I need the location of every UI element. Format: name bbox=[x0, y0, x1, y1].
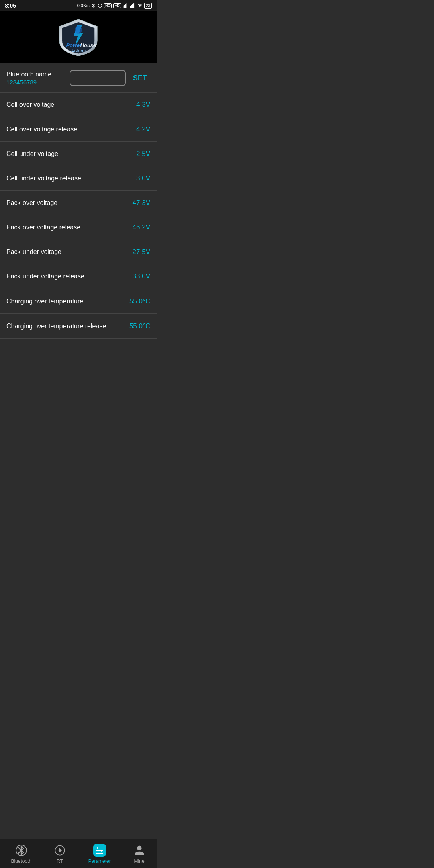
param-row-2[interactable]: Cell under voltage2.5V bbox=[0, 142, 157, 166]
svg-text:House: House bbox=[80, 42, 96, 48]
param-value-4: 47.3V bbox=[133, 199, 150, 207]
signal2-icon bbox=[130, 3, 135, 8]
signal-icon bbox=[123, 3, 128, 8]
bluetooth-status-icon bbox=[91, 3, 96, 8]
svg-rect-2 bbox=[125, 4, 126, 8]
svg-point-8 bbox=[75, 26, 82, 34]
status-time: 8:05 bbox=[5, 2, 16, 9]
bluetooth-name-left: Bluetooth name 123456789 bbox=[6, 71, 51, 86]
param-label-1: Cell over voltage release bbox=[6, 126, 77, 133]
param-label-7: Pack under voltage release bbox=[6, 273, 84, 280]
parameter-list: Cell over voltage4.3VCell over voltage r… bbox=[0, 93, 157, 339]
param-label-5: Pack over voltage release bbox=[6, 224, 80, 231]
param-label-3: Cell under voltage release bbox=[6, 175, 81, 182]
set-button[interactable]: SET bbox=[130, 72, 150, 84]
svg-text:Lithium: Lithium bbox=[72, 49, 87, 53]
param-row-8[interactable]: Charging over temperature55.0℃ bbox=[0, 289, 157, 314]
bluetooth-name-right: SET bbox=[70, 70, 150, 86]
param-value-3: 3.0V bbox=[136, 174, 150, 182]
svg-rect-1 bbox=[124, 5, 125, 8]
logo-container: Power House Lithium bbox=[54, 17, 102, 57]
param-row-0[interactable]: Cell over voltage4.3V bbox=[0, 93, 157, 117]
param-row-3[interactable]: Cell under voltage release3.0V bbox=[0, 166, 157, 191]
svg-rect-3 bbox=[126, 3, 127, 8]
svg-rect-5 bbox=[131, 5, 132, 8]
hd-badge2: HD bbox=[113, 3, 121, 8]
param-label-8: Charging over temperature bbox=[6, 298, 83, 305]
battery-level: 23 bbox=[144, 3, 152, 9]
param-label-2: Cell under voltage bbox=[6, 150, 58, 158]
status-icons: 0.0K/s HD HD 23 bbox=[77, 3, 152, 9]
param-value-2: 2.5V bbox=[136, 150, 150, 158]
status-bar: 8:05 0.0K/s HD HD bbox=[0, 0, 157, 11]
bluetooth-name-label: Bluetooth name bbox=[6, 71, 51, 78]
param-label-6: Pack under voltage bbox=[6, 248, 61, 256]
param-label-9: Charging over temperature release bbox=[6, 323, 106, 330]
param-value-5: 46.2V bbox=[133, 223, 150, 231]
param-label-4: Pack over voltage bbox=[6, 199, 57, 207]
bluetooth-name-value: 123456789 bbox=[6, 79, 51, 86]
param-value-6: 27.5V bbox=[133, 248, 150, 256]
param-row-9[interactable]: Charging over temperature release55.0℃ bbox=[0, 314, 157, 339]
param-value-7: 33.0V bbox=[133, 272, 150, 280]
svg-rect-6 bbox=[132, 4, 133, 8]
svg-text:Power: Power bbox=[66, 42, 82, 48]
param-row-1[interactable]: Cell over voltage release4.2V bbox=[0, 117, 157, 142]
param-value-9: 55.0℃ bbox=[129, 322, 150, 330]
network-speed: 0.0K/s bbox=[77, 3, 90, 8]
bluetooth-name-input[interactable] bbox=[70, 70, 126, 86]
header-logo: Power House Lithium bbox=[0, 11, 157, 63]
wifi-icon bbox=[137, 3, 143, 8]
param-row-4[interactable]: Pack over voltage47.3V bbox=[0, 191, 157, 215]
param-value-1: 4.2V bbox=[136, 125, 150, 133]
param-label-0: Cell over voltage bbox=[6, 101, 54, 108]
content-area: Bluetooth name 123456789 SET Cell over v… bbox=[0, 63, 157, 371]
svg-rect-4 bbox=[130, 6, 131, 8]
param-row-7[interactable]: Pack under voltage release33.0V bbox=[0, 264, 157, 289]
bluetooth-name-row[interactable]: Bluetooth name 123456789 SET bbox=[0, 63, 157, 93]
clock-status-icon bbox=[98, 3, 102, 8]
param-value-0: 4.3V bbox=[136, 101, 150, 109]
svg-rect-0 bbox=[123, 6, 123, 8]
param-value-8: 55.0℃ bbox=[129, 297, 150, 305]
powerhouse-logo: Power House Lithium bbox=[54, 17, 102, 57]
hd-badge: HD bbox=[104, 3, 112, 8]
svg-rect-7 bbox=[133, 3, 134, 8]
param-row-6[interactable]: Pack under voltage27.5V bbox=[0, 240, 157, 264]
param-row-5[interactable]: Pack over voltage release46.2V bbox=[0, 215, 157, 240]
